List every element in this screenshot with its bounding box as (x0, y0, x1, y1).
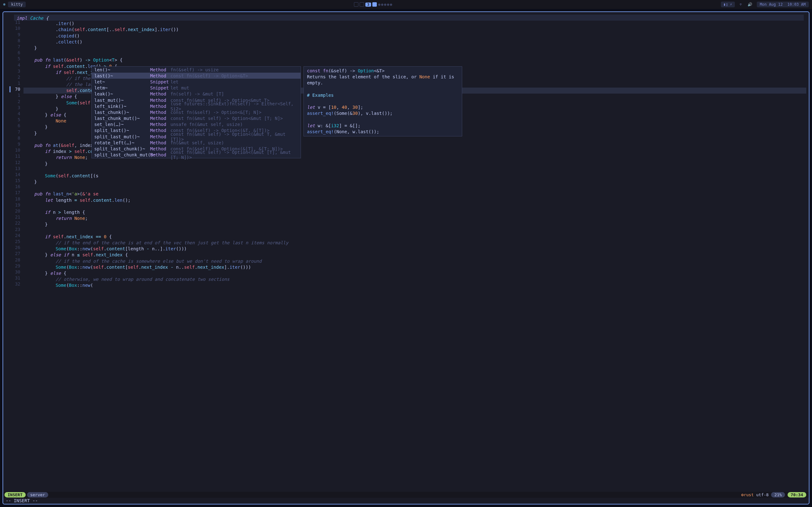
code-line[interactable]: // if the end of the cache is somewhere … (23, 258, 806, 264)
terminal-window: 4511109876543217012345678910111213141516… (3, 11, 809, 504)
code-line[interactable]: pub fn last(&self) -> Option<T> { (23, 57, 806, 63)
code-line[interactable]: if self.next_index == 0 { (23, 234, 806, 240)
doc-example-line: assert_eq!(None, w.last()); (307, 129, 459, 135)
line-number: 70 (3, 86, 23, 92)
line-number: 26 (3, 245, 23, 250)
line-number: 25 (3, 239, 23, 245)
documentation-popup: const fn(&self) -> Option<&T> Returns th… (304, 66, 462, 136)
code-line[interactable]: } (23, 161, 806, 167)
code-line[interactable]: impl Cache { (14, 15, 804, 21)
completion-item[interactable]: len()~Methodfn(&self) -> usize (92, 67, 301, 73)
line-number: 31 (3, 275, 23, 281)
code-line[interactable]: } else if n ≤ self.next_index { (23, 252, 806, 258)
code-line[interactable]: } (23, 179, 806, 185)
code-line[interactable]: Some(self.content[(s (23, 173, 806, 179)
app-title[interactable]: kitty (8, 2, 26, 7)
doc-examples-header: # Examples (307, 92, 459, 98)
completion-popup[interactable]: len()~Methodfn(&self) -> usizelast()~Met… (92, 66, 301, 158)
doc-signature: const fn(&self) -> Option<&T> (307, 68, 459, 74)
doc-example-line: assert_eq!(Some(&30), v.last()); (307, 110, 459, 116)
completion-item[interactable]: split_last_mut()~Methodconst fn(&mut sel… (92, 133, 301, 139)
line-number: 11 (3, 153, 23, 159)
code-line[interactable]: .copied() (23, 33, 806, 39)
line-number: 6 (3, 50, 23, 56)
code-line[interactable] (23, 51, 806, 57)
line-number: 27 (3, 250, 23, 257)
code-line[interactable]: .chain(self.content[..self.next_index].i… (23, 26, 806, 33)
line-number: 32 (3, 281, 23, 287)
line-number: 20 (3, 208, 23, 214)
completion-item[interactable]: left_sink()~Method (use futures::SinkExt… (92, 103, 301, 109)
line-number: 19 (3, 202, 23, 208)
completion-item[interactable]: split_last_chunk_mut()~Methodconst fn(&m… (92, 152, 301, 158)
line-number: 15 (3, 178, 23, 184)
code-line[interactable]: // if the end of the cache is at end of … (23, 240, 806, 246)
code-line[interactable]: .collect() (23, 39, 806, 45)
doc-example-line: let v = [10, 40, 30]; (307, 104, 459, 110)
completion-item[interactable]: last_chunk()~Methodconst fn(&self) -> Op… (92, 109, 301, 115)
line-number: 28 (3, 257, 23, 263)
doc-description: Returns the last element of the slice, o… (307, 74, 459, 86)
code-line[interactable]: Some(Box::new(self.content[self.next_ind… (23, 264, 806, 270)
completion-item[interactable]: leak()~Methodfn(self) -> &mut [T] (92, 91, 301, 97)
line-number: 8 (3, 38, 23, 44)
line-number: 1 (3, 80, 23, 86)
editor-mode: INSERT (4, 492, 26, 498)
line-number: 24 (3, 233, 23, 239)
line-number: 5 (3, 56, 23, 62)
line-number: 10 (3, 25, 23, 32)
line-number: 17 (3, 190, 23, 196)
code-line[interactable]: } else { (23, 270, 806, 276)
code-line[interactable]: } (23, 221, 806, 227)
code-line[interactable] (23, 167, 806, 173)
git-change-marker (9, 86, 10, 92)
code-line[interactable]: pub fn last_n<'a>(&'a se (23, 191, 806, 197)
line-number: 23 (3, 227, 23, 233)
workspace-indicator[interactable]: 3 ●●●●● (354, 2, 393, 7)
clock[interactable]: Mon Aug 12 10:03 AM (757, 2, 809, 7)
completion-item[interactable]: set_len(…)~Methodunsafe fn(&mut self, us… (92, 121, 301, 127)
encoding-indicator: utf-8 (756, 492, 768, 497)
line-number: 4 (3, 62, 23, 68)
code-line[interactable]: Some(Box::new( (23, 282, 806, 288)
system-topbar: ❄ kitty 3 ●●●●● ▮▯⚡ ᯤ 🔊 Mon Aug 12 10:03… (0, 0, 812, 9)
code-line[interactable]: .iter() (23, 21, 806, 26)
line-number: 9 (3, 32, 23, 38)
line-number: 21 (3, 214, 23, 220)
cursor-position: 70:34 (788, 492, 806, 498)
line-number: 5 (3, 117, 23, 123)
command-line: -- INSERT -- (3, 498, 38, 504)
code-line[interactable]: Some(Box::new(self.content[length - n..]… (23, 246, 806, 252)
line-number: 30 (3, 269, 23, 275)
scroll-percent: 21% (771, 492, 785, 498)
line-number: 12 (3, 160, 23, 166)
git-branch[interactable]: server (27, 492, 48, 498)
line-number: 29 (3, 263, 23, 269)
code-line[interactable]: } (23, 45, 806, 51)
code-line[interactable] (23, 204, 806, 209)
completion-item[interactable]: last()~Methodconst fn(&self) -> Option<&… (92, 73, 301, 79)
code-line[interactable]: // otherwise, we need to wrap around and… (23, 276, 806, 282)
line-number: 18 (3, 196, 23, 202)
line-number: 13 (3, 166, 23, 172)
completion-item[interactable]: letm~Snippetlet mut (92, 85, 301, 91)
completion-item[interactable]: let~Snippetlet (92, 79, 301, 85)
code-line[interactable]: let length = self.content.len(); (23, 198, 806, 204)
line-number: 6 (3, 123, 23, 129)
line-number: 7 (3, 129, 23, 135)
line-number: 2 (3, 99, 23, 105)
line-number: 10 (3, 147, 23, 153)
line-number: 8 (3, 135, 23, 141)
code-line[interactable]: return None; (23, 215, 806, 221)
completion-item[interactable]: last_chunk_mut()~Methodconst fn(&mut sel… (92, 115, 301, 121)
volume-icon[interactable]: 🔊 (748, 2, 752, 7)
completion-item[interactable]: rotate_left(…)~Methodfn(&mut self, usize… (92, 139, 301, 146)
line-number: 3 (3, 105, 23, 111)
os-icon: ❄ (3, 2, 5, 7)
battery-indicator[interactable]: ▮▯⚡ (721, 2, 735, 7)
code-line[interactable]: if n > length { (23, 209, 806, 215)
code-line[interactable] (23, 185, 806, 191)
line-number: 16 (3, 184, 23, 190)
wifi-icon[interactable]: ᯤ (739, 2, 743, 7)
code-line[interactable] (23, 228, 806, 234)
